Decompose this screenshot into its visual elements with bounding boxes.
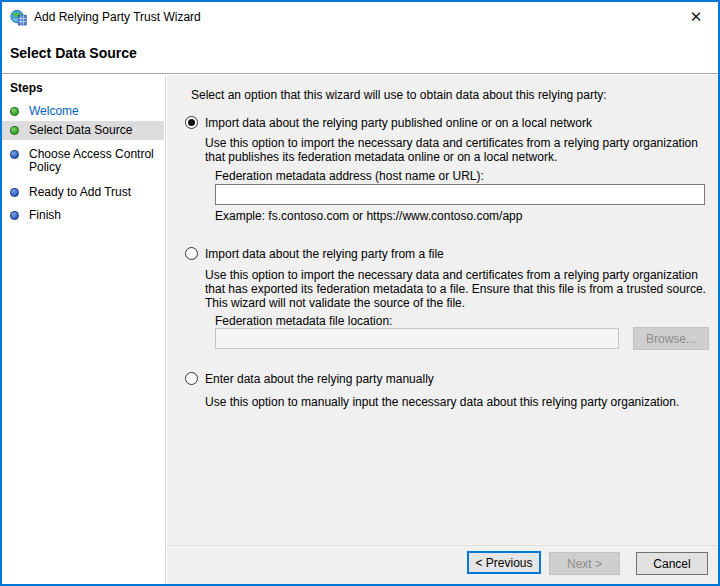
close-button[interactable]: ✕ [674, 2, 718, 31]
steps-heading: Steps [10, 81, 43, 95]
wizard-window: Add Relying Party Trust Wizard ✕ Select … [0, 0, 720, 586]
sidebar-item-label: Choose Access Control Policy [29, 148, 160, 174]
step-done-bullet-icon [10, 107, 19, 116]
sidebar-item-label: Ready to Add Trust [29, 186, 131, 199]
adfs-wizard-icon [10, 9, 27, 26]
next-button: Next > [549, 552, 620, 575]
federation-metadata-address-input[interactable] [215, 184, 705, 205]
previous-button[interactable]: < Previous [467, 551, 541, 574]
sidebar-item-ready-to-add-trust[interactable]: Ready to Add Trust [2, 183, 164, 202]
option-3-description: Use this option to manually input the ne… [205, 395, 720, 409]
sidebar-item-label: Welcome [29, 105, 79, 118]
federation-metadata-file-input [215, 328, 619, 349]
footer-divider [167, 545, 718, 546]
title-bar: Add Relying Party Trust Wizard ✕ [2, 2, 718, 32]
sidebar-item-label: Finish [29, 209, 61, 222]
sidebar-item-select-data-source[interactable]: Select Data Source [2, 121, 164, 140]
steps-sidebar: Steps Welcome Select Data Source Choose … [2, 75, 166, 584]
sidebar-item-label: Select Data Source [29, 124, 132, 137]
option-2-description: Use this option to import the necessary … [205, 268, 717, 310]
page-header: Select Data Source [2, 32, 718, 74]
radio-import-online-label[interactable]: Import data about the relying party publ… [205, 116, 720, 130]
window-title: Add Relying Party Trust Wizard [34, 10, 201, 24]
browse-button: Browse... [633, 327, 709, 350]
step-todo-bullet-icon [10, 188, 19, 197]
radio-import-file[interactable] [185, 247, 198, 260]
radio-import-online[interactable] [185, 116, 198, 129]
step-todo-bullet-icon [10, 150, 19, 159]
cancel-button[interactable]: Cancel [636, 552, 708, 575]
main-panel: Select an option that this wizard will u… [167, 75, 718, 584]
sidebar-item-finish[interactable]: Finish [2, 206, 164, 225]
federation-metadata-file-label: Federation metadata file location: [215, 314, 615, 328]
option-1-description: Use this option to import the necessary … [205, 136, 713, 164]
intro-text: Select an option that this wizard will u… [191, 88, 720, 102]
radio-import-file-label[interactable]: Import data about the relying party from… [205, 247, 720, 261]
radio-enter-manually-label[interactable]: Enter data about the relying party manua… [205, 372, 720, 386]
sidebar-item-welcome[interactable]: Welcome [2, 102, 164, 121]
step-done-bullet-icon [10, 126, 19, 135]
federation-metadata-address-label: Federation metadata address (host name o… [215, 169, 615, 183]
step-todo-bullet-icon [10, 211, 19, 220]
example-text: Example: fs.contoso.com or https://www.c… [215, 209, 655, 223]
sidebar-item-choose-access-control-policy[interactable]: Choose Access Control Policy [2, 145, 164, 177]
radio-enter-manually[interactable] [185, 372, 198, 385]
page-title: Select Data Source [10, 45, 137, 61]
